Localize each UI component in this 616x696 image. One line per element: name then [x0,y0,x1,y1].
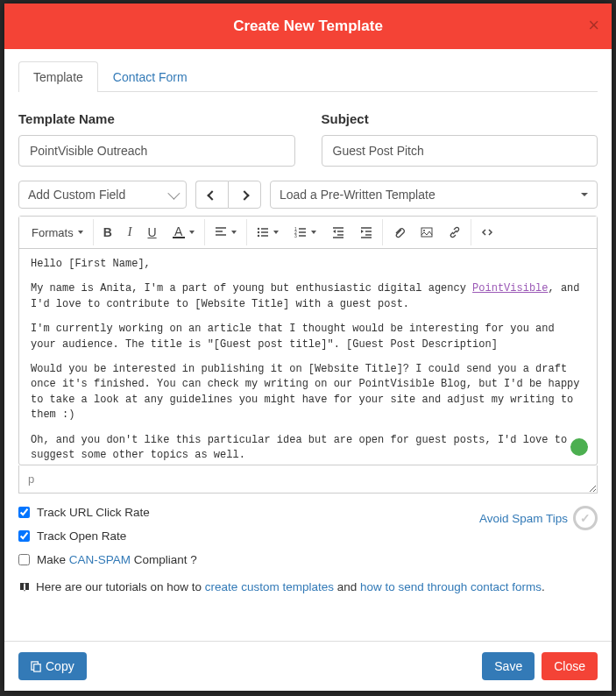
close-button[interactable]: Close [542,652,598,680]
copy-icon [31,661,42,672]
send-contact-forms-link[interactable]: how to send through contact forms [360,580,542,593]
book-icon [18,581,31,593]
track-url-checkbox[interactable] [18,507,30,518]
next-button[interactable] [228,181,261,209]
load-template-label: Load a Pre-Written Template [280,188,435,202]
svg-text:3: 3 [294,233,297,238]
subject-input[interactable] [322,135,598,167]
outdent-button[interactable] [324,219,352,245]
tutorial-text: Here are our tutorials on how to create … [18,580,598,593]
text-color-button[interactable]: A [165,219,202,245]
modal-body: Template Contact Form Template Name Subj… [4,49,612,641]
svg-rect-9 [34,664,40,671]
modal-header: Create New Template × [4,4,612,49]
body-p1: My name is Anita, I'm a part of young bu… [31,281,585,312]
caret-down-icon [273,231,279,234]
caret-down-icon [231,231,237,234]
chevron-right-icon [239,190,249,200]
can-spam-link[interactable]: CAN-SPAM [69,553,131,566]
chevron-down-icon [167,188,180,200]
body-p3: Would you be interested in publishing it… [31,362,585,423]
can-spam-check[interactable]: Make CAN-SPAM Compliant ? [18,553,197,566]
modal-footer: Copy Save Close [4,641,612,691]
formats-dropdown[interactable]: Formats [24,219,91,245]
attachment-button[interactable] [385,219,413,245]
subject-field: Subject [322,111,598,167]
track-open-checkbox[interactable] [18,530,30,542]
nav-button-group [195,181,261,209]
bold-button[interactable]: B [96,219,120,245]
add-custom-field-label: Add Custom Field [28,188,125,202]
check-circle-icon: ✓ [573,506,598,530]
svg-point-7 [423,230,425,231]
editor-toolbar: Formats B I U A 123 [19,217,597,249]
image-button[interactable] [413,219,441,245]
link-button[interactable] [441,219,469,245]
svg-point-1 [257,231,258,233]
can-spam-checkbox[interactable] [18,554,30,565]
underline-button[interactable]: U [139,219,164,245]
pointvisible-link[interactable]: PointVisible [472,282,548,295]
tabs: Template Contact Form [18,61,598,92]
editor-content[interactable]: Hello [First Name], My name is Anita, I'… [19,249,597,465]
close-icon[interactable]: × [588,14,599,37]
load-template-select[interactable]: Load a Pre-Written Template [270,181,598,209]
track-open-check[interactable]: Track Open Rate [18,529,197,543]
template-name-input[interactable] [18,135,295,167]
rich-text-editor: Formats B I U A 123 [18,216,598,465]
avoid-spam-tips-link[interactable]: Avoid Spam Tips ✓ [479,506,598,530]
tab-contact-form[interactable]: Contact Form [98,61,202,92]
svg-point-2 [257,235,258,237]
caret-down-icon [78,231,83,234]
align-button[interactable] [207,219,244,245]
create-templates-link[interactable]: create custom templates [205,580,334,593]
element-path-box[interactable]: p [18,465,598,494]
caret-down-icon [581,193,588,196]
body-greeting: Hello [First Name], [31,257,585,272]
svg-point-0 [257,228,258,230]
status-bubble-icon [569,437,590,458]
body-p4: Oh, and you don't like this particular i… [31,433,585,464]
prev-button[interactable] [195,181,228,209]
modal-dialog: Create New Template × Template Contact F… [4,4,612,691]
save-button[interactable]: Save [482,652,535,680]
numbered-list-button[interactable]: 123 [287,219,324,245]
template-name-label: Template Name [18,111,295,126]
italic-button[interactable]: I [120,219,140,245]
caret-down-icon [189,231,195,234]
track-url-check[interactable]: Track URL Click Rate [18,506,197,519]
subject-label: Subject [322,111,598,126]
chevron-left-icon [207,190,216,200]
modal-title: Create New Template [18,18,598,35]
bullet-list-button[interactable] [249,219,287,245]
code-button[interactable] [473,219,501,245]
add-custom-field-select[interactable]: Add Custom Field [18,181,187,209]
indent-button[interactable] [352,219,380,245]
copy-button[interactable]: Copy [18,652,87,680]
tab-template[interactable]: Template [18,61,98,92]
caret-down-icon [311,231,316,234]
body-p2: I'm currently working on an article that… [31,322,585,352]
template-name-field: Template Name [18,111,295,167]
